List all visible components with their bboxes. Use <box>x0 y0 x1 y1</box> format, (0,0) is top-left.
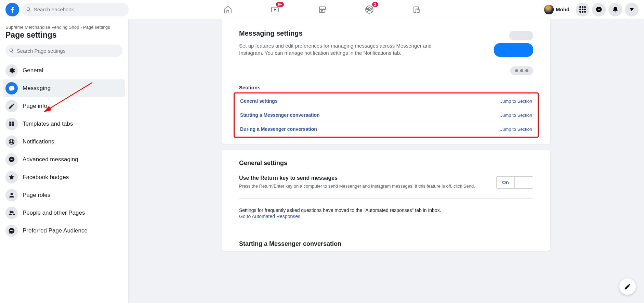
edit-icon <box>624 283 631 290</box>
faq-note: Settings for frequently asked questions … <box>239 207 533 213</box>
section-label: During a Messenger conversation <box>240 126 317 132</box>
chat-icon <box>5 82 18 94</box>
sidebar-item-label: Preferred Page Audience <box>23 227 88 234</box>
global-search-input[interactable] <box>34 7 124 12</box>
jump-link: Jump to Section <box>500 99 532 104</box>
sidebar-item-label: Facebook badges <box>23 174 69 181</box>
page-title: Page settings <box>3 30 125 43</box>
notifications-button[interactable] <box>608 3 622 16</box>
top-nav: 9+ 2 <box>220 1 425 18</box>
sections-heading: Sections <box>239 85 533 90</box>
sidebar-item-label: General <box>23 67 43 74</box>
sidebar-item-label: Messaging <box>23 85 51 92</box>
jump-link: Jump to Section <box>500 127 532 132</box>
sidebar-item-label: Advanced messaging <box>23 156 78 163</box>
sidebar-item-label: Page roles <box>23 192 50 199</box>
sidebar-item-page-info[interactable]: Page info <box>3 97 125 115</box>
audience-icon <box>5 225 18 237</box>
sidebar-item-label: People and other Pages <box>23 210 85 216</box>
section-link-starting[interactable]: Starting a Messenger conversation Jump t… <box>240 108 532 122</box>
starting-conversation-heading: Starting a Messenger conversation <box>239 240 533 248</box>
search-settings-input[interactable] <box>17 48 119 54</box>
toggle-on[interactable]: On <box>497 177 515 188</box>
sidebar-item-label: Page info <box>23 103 47 110</box>
section-label: Starting a Messenger conversation <box>240 112 320 118</box>
globe-icon <box>5 136 18 148</box>
nav-home[interactable] <box>220 1 236 18</box>
section-label: General settings <box>240 98 278 104</box>
gaming-icon <box>412 5 421 14</box>
general-settings-card: General settings Use the Return key to s… <box>222 150 550 251</box>
sections-list-highlight: General settings Jump to Section Startin… <box>234 92 539 138</box>
avatar <box>544 5 554 14</box>
faq-moved-block: Settings for frequently asked questions … <box>239 207 533 230</box>
sidebar-item-advanced-messaging[interactable]: Advanced messaging <box>3 151 125 168</box>
messenger-button[interactable] <box>592 3 606 16</box>
settings-sidebar: Supreme Merchandise Vending Shop › Page … <box>0 19 128 303</box>
sidebar-item-notifications[interactable]: Notifications <box>3 133 125 151</box>
person-icon <box>5 189 18 201</box>
sidebar-item-badges[interactable]: Facebook badges <box>3 168 125 186</box>
gear-icon <box>5 64 18 77</box>
messenger-icon <box>595 6 602 13</box>
sidebar-item-templates[interactable]: Templates and tabs <box>3 115 125 133</box>
global-search[interactable] <box>22 3 129 16</box>
bell-icon <box>612 6 619 13</box>
section-link-general[interactable]: General settings Jump to Section <box>240 94 532 108</box>
sidebar-item-preferred-audience[interactable]: Preferred Page Audience <box>3 222 125 240</box>
breadcrumb-page-link[interactable]: Supreme Merchandise Vending Shop <box>5 25 79 30</box>
jump-link: Jump to Section <box>500 113 532 118</box>
account-dropdown-button[interactable] <box>625 3 639 16</box>
sidebar-item-messaging[interactable]: Messaging <box>3 79 125 97</box>
search-icon <box>26 7 31 12</box>
messaging-settings-card: Messaging settings Set up features and e… <box>222 19 550 144</box>
search-icon <box>9 48 14 53</box>
search-settings[interactable] <box>5 45 122 57</box>
top-header: 9+ 2 Mohd <box>0 0 644 19</box>
groups-badge: 2 <box>372 2 378 7</box>
nav-marketplace[interactable] <box>314 1 330 18</box>
menu-button[interactable] <box>576 3 589 16</box>
marketplace-icon <box>317 5 327 14</box>
setting-desc: Press the Return/Enter key on a computer… <box>239 183 475 189</box>
svg-point-2 <box>368 8 370 10</box>
general-settings-heading: General settings <box>239 160 533 167</box>
breadcrumb: Supreme Merchandise Vending Shop › Page … <box>3 25 125 30</box>
sidebar-item-general[interactable]: General <box>3 62 125 79</box>
svg-point-3 <box>366 8 368 10</box>
messaging-illustration <box>468 29 533 75</box>
profile-button[interactable]: Mohd <box>543 4 573 15</box>
star-icon <box>5 171 18 184</box>
return-key-toggle[interactable]: On <box>496 176 533 189</box>
messenger-icon <box>5 153 18 166</box>
main-content: Messaging settings Set up features and e… <box>128 19 644 303</box>
sidebar-item-people-pages[interactable]: People and other Pages <box>3 204 125 222</box>
breadcrumb-current: Page settings <box>83 25 110 30</box>
watch-badge: 9+ <box>276 2 284 7</box>
section-link-during[interactable]: During a Messenger conversation Jump to … <box>240 122 532 136</box>
home-icon <box>223 5 233 14</box>
messaging-title: Messaging settings <box>239 29 455 37</box>
compose-button[interactable] <box>619 278 636 295</box>
nav-gaming[interactable] <box>408 1 425 18</box>
people-icon <box>5 207 18 219</box>
nav-watch[interactable]: 9+ <box>267 1 283 18</box>
setting-title: Use the Return key to send messages <box>239 175 475 181</box>
sidebar-item-label: Templates and tabs <box>23 121 73 127</box>
facebook-logo[interactable] <box>5 3 19 16</box>
profile-name: Mohd <box>556 7 569 12</box>
toggle-off[interactable] <box>515 177 533 188</box>
sidebar-item-label: Notifications <box>23 138 54 145</box>
automated-responses-link[interactable]: Go to Automated Responses <box>239 214 300 219</box>
chevron-down-icon <box>630 8 634 11</box>
templates-icon <box>5 118 18 130</box>
grid-icon <box>579 6 586 13</box>
return-key-setting: Use the Return key to send messages Pres… <box>239 175 533 199</box>
svg-point-4 <box>371 8 372 10</box>
messaging-description: Set up features and edit preferences for… <box>239 42 455 56</box>
sidebar-item-page-roles[interactable]: Page roles <box>3 186 125 204</box>
pencil-icon <box>5 100 18 112</box>
nav-groups[interactable]: 2 <box>361 1 378 18</box>
